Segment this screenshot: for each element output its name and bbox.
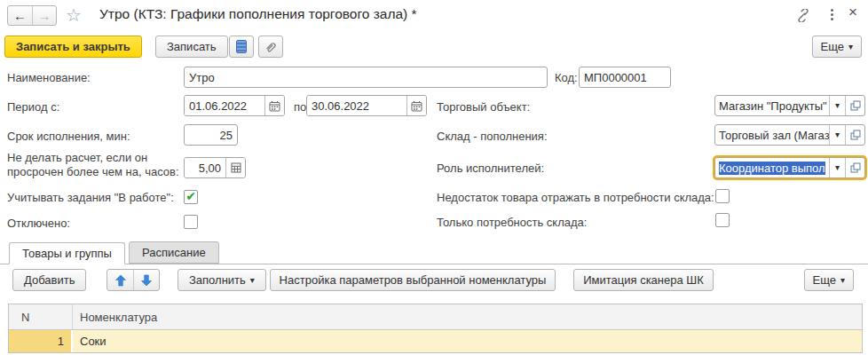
role-input[interactable]: Координатор выполн — [715, 158, 829, 178]
only-need-checkbox[interactable] — [715, 213, 730, 227]
page-title: Утро (КТЗ: Графики пополнения торгового … — [99, 6, 417, 22]
overdue-input[interactable] — [185, 158, 225, 178]
in-work-label: Учитывать задания "В работе": — [7, 191, 174, 204]
shortage-label: Недостаток товара отражать в потребности… — [437, 191, 714, 204]
favorites-star-icon[interactable]: ☆ — [66, 4, 82, 26]
trade-object-input[interactable]: Магазин "Продукты" — [715, 96, 829, 115]
more-dots-icon — [831, 9, 833, 12]
tab-schedule[interactable]: Расписание — [129, 241, 219, 264]
period-from-field — [184, 95, 285, 116]
save-button[interactable]: Записать — [155, 36, 228, 58]
code-label: Код: — [555, 71, 578, 84]
back-arrow-icon: ← — [13, 8, 27, 23]
overdue-label-line2: просрочен более чем на, часов: — [7, 165, 179, 178]
column-header-nomenclature[interactable]: Номенклатура — [73, 304, 862, 329]
disabled-label: Отключено: — [7, 217, 70, 230]
document-list-icon — [236, 40, 247, 53]
duration-label: Срок исполнения, мин: — [7, 130, 130, 143]
link-icon — [795, 9, 811, 22]
checkmark-icon: ✔ — [185, 189, 196, 203]
shortage-checkbox[interactable] — [715, 189, 730, 203]
chevron-down-icon: ▾ — [835, 101, 840, 110]
barcode-scanner-emulation-button[interactable]: Имитация сканера ШК — [573, 269, 714, 291]
overdue-field — [184, 157, 246, 178]
add-button[interactable]: Добавить — [12, 269, 86, 291]
move-down-button[interactable] — [133, 270, 159, 290]
period-to-field — [306, 95, 427, 116]
arrow-up-icon — [114, 274, 127, 287]
warehouse-combo: Торговый зал (Магаз ▾ — [714, 124, 865, 146]
form-more-button[interactable]: Еще▾ — [812, 36, 862, 58]
in-work-checkbox[interactable]: ✔ — [184, 190, 198, 204]
period-from-label: Период с: — [7, 100, 59, 114]
related-documents-button[interactable] — [229, 36, 254, 58]
table-row[interactable]: 1 Соки — [9, 330, 862, 352]
fill-button[interactable]: Заполнить▾ — [178, 269, 266, 291]
overdue-calculator-button[interactable] — [225, 158, 245, 178]
nomenclature-cell[interactable]: Соки — [73, 330, 862, 352]
role-combo: Координатор выполн ▾ — [714, 157, 865, 178]
tab-goods-and-groups[interactable]: Товары и группы — [9, 242, 125, 264]
duration-input[interactable] — [184, 124, 238, 146]
role-open-button[interactable] — [845, 158, 864, 178]
calculator-icon — [231, 162, 241, 173]
history-nav: ← → — [7, 5, 57, 26]
warehouse-label: Склад - пополнения: — [437, 130, 548, 143]
table-more-button[interactable]: Еще▾ — [804, 269, 854, 291]
paperclip-icon — [264, 40, 278, 54]
trade-object-dropdown-button[interactable]: ▾ — [829, 96, 845, 115]
table-header: N Номенклатура — [9, 304, 862, 330]
arrow-down-icon — [140, 274, 153, 287]
back-button[interactable]: ← — [8, 6, 32, 25]
warehouse-open-button[interactable] — [845, 125, 864, 145]
only-need-label: Только потребность склада: — [437, 216, 587, 229]
name-input[interactable] — [184, 67, 548, 88]
chevron-down-icon: ▾ — [250, 276, 255, 285]
chevron-down-icon: ▾ — [840, 276, 845, 285]
move-up-button[interactable] — [107, 270, 133, 290]
chevron-down-icon: ▾ — [848, 43, 853, 51]
nomenclature-settings-button[interactable]: Настройка параметров выбранной номенклат… — [270, 269, 556, 291]
trade-object-combo: Магазин "Продукты" ▾ — [714, 95, 865, 116]
goods-table: N Номенклатура 1 Соки — [8, 304, 863, 353]
attachments-button[interactable] — [258, 36, 283, 58]
name-label: Наименование: — [7, 71, 91, 84]
forward-button[interactable]: → — [32, 6, 56, 25]
period-to-input[interactable] — [307, 96, 406, 115]
chevron-down-icon: ▾ — [835, 130, 840, 139]
code-input[interactable] — [579, 67, 671, 88]
row-number-cell[interactable]: 1 — [9, 330, 73, 352]
role-dropdown-button[interactable]: ▾ — [829, 158, 845, 178]
warehouse-input[interactable]: Торговый зал (Магаз — [715, 125, 829, 145]
save-and-close-button[interactable]: Записать и закрыть — [4, 36, 142, 58]
calendar-icon — [411, 100, 422, 112]
overdue-label-line1: Не делать расчет, если он — [7, 151, 147, 164]
open-icon — [850, 162, 861, 173]
period-from-calendar-button[interactable] — [264, 96, 284, 115]
period-to-calendar-button[interactable] — [406, 96, 426, 115]
window-more-button[interactable] — [829, 7, 835, 22]
copy-link-button[interactable] — [795, 9, 811, 22]
open-icon — [850, 130, 861, 140]
calendar-icon — [269, 100, 280, 112]
trade-object-open-button[interactable] — [845, 96, 864, 115]
column-header-n[interactable]: N — [9, 304, 73, 329]
role-label: Роль исполнителей: — [437, 162, 544, 175]
open-icon — [850, 100, 861, 111]
tab-strip: Товары и группы Расписание — [0, 242, 868, 264]
close-button[interactable]: × — [848, 5, 857, 20]
chevron-down-icon: ▾ — [835, 163, 840, 172]
trade-object-label: Торговый объект: — [437, 100, 530, 114]
forward-arrow-icon: → — [38, 8, 51, 23]
warehouse-dropdown-button[interactable]: ▾ — [829, 125, 845, 145]
disabled-checkbox[interactable] — [184, 215, 198, 229]
form-window: ← → ☆ Утро (КТЗ: Графики пополнения торг… — [0, 0, 868, 355]
period-from-input[interactable] — [185, 96, 264, 115]
move-buttons — [107, 269, 160, 291]
